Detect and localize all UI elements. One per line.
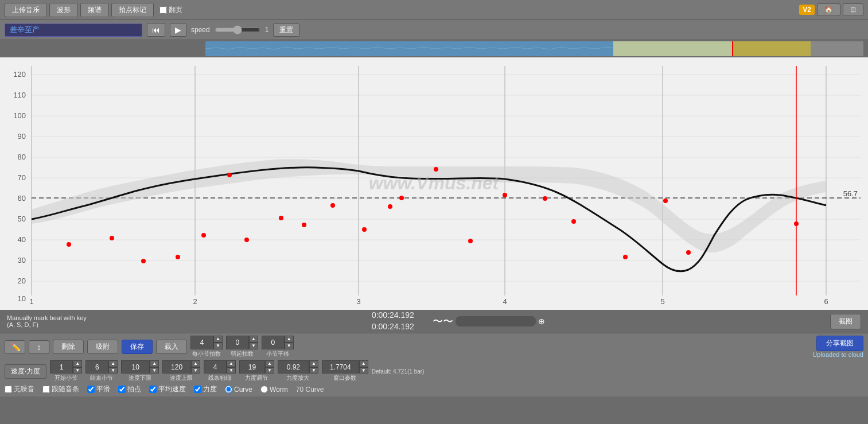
min-speed-spinner[interactable]: ▲ ▼ (121, 360, 159, 374)
save-btn[interactable]: 保存 (122, 340, 153, 354)
beat-checkbox-label[interactable]: 拍点 (118, 384, 141, 394)
end-bar-down[interactable]: ▼ (108, 367, 118, 374)
force-checkbox-label[interactable]: 力度 (194, 384, 217, 394)
beats-per-bar-up[interactable]: ▲ (213, 336, 223, 343)
beats-per-bar-input[interactable] (190, 336, 213, 349)
beat-offset-input[interactable] (226, 336, 249, 349)
svg-point-44 (227, 173, 232, 177)
erase-icon-btn[interactable]: ✏️ (5, 340, 25, 354)
start-bar-down[interactable]: ▼ (73, 367, 82, 374)
worm-radio-label-text: Worm (270, 386, 288, 394)
hide-rest-checkbox-label[interactable]: 跟随音条 (42, 384, 79, 394)
start-bar-input[interactable] (50, 360, 73, 374)
svg-point-59 (686, 250, 691, 255)
start-bar-up[interactable]: ▲ (73, 360, 82, 367)
beat-offset-arrows[interactable]: ▲ ▼ (249, 336, 258, 349)
flip-checkbox-label[interactable]: 翻页 (159, 5, 182, 15)
waveform-mini-bar[interactable] (456, 316, 536, 326)
reset-btn[interactable]: 重置 (273, 24, 299, 37)
freq-btn[interactable]: 频谱 (80, 3, 109, 17)
curve-radio[interactable] (225, 386, 232, 393)
force-checkbox[interactable] (194, 386, 201, 393)
force-mult-input[interactable] (278, 360, 309, 374)
smooth-checkbox[interactable] (87, 386, 95, 393)
force-smooth-input[interactable] (239, 360, 265, 374)
svg-point-52 (434, 167, 438, 172)
force-smooth-up[interactable]: ▲ (265, 360, 274, 367)
avg-speed-checkbox-label[interactable]: 平均速度 (149, 384, 186, 394)
force-smooth-spinner[interactable]: ▲ ▼ (239, 360, 274, 374)
no-noise-checkbox-label[interactable]: 无噪音 (5, 384, 34, 394)
move-icon-btn[interactable]: ↕️ (29, 340, 49, 354)
window-param-up[interactable]: ▲ (359, 360, 368, 367)
force-smooth-down[interactable]: ▼ (265, 367, 274, 374)
svg-text:70: 70 (18, 173, 26, 182)
bar-skip-down[interactable]: ▼ (285, 343, 294, 349)
line-width-up[interactable]: ▲ (227, 360, 236, 367)
track-name-input[interactable]: 差辛至产 (5, 24, 142, 37)
smooth-checkbox-label[interactable]: 平滑 (87, 384, 110, 394)
screenshot-btn[interactable]: 截图 (830, 314, 861, 329)
curve-radio-label[interactable]: Curve (225, 386, 252, 394)
min-speed-down[interactable]: ▼ (150, 367, 159, 374)
max-speed-down[interactable]: ▼ (191, 367, 200, 374)
share-btn[interactable]: 分享截图 (816, 336, 863, 351)
play-btn[interactable]: ▶ (170, 23, 186, 37)
line-width-down[interactable]: ▼ (227, 367, 236, 374)
beat-offset-down[interactable]: ▼ (249, 343, 258, 349)
force-mult-down[interactable]: ▼ (309, 367, 318, 374)
beat-checkbox[interactable] (118, 386, 126, 393)
end-bar-spinner[interactable]: ▲ ▼ (85, 360, 118, 374)
bar-skip-label: 小节平移 (266, 350, 289, 358)
force-mult-spinner[interactable]: ▲ ▼ (278, 360, 318, 374)
home-btn[interactable]: 🏠 (817, 3, 840, 16)
svg-point-49 (362, 227, 367, 232)
worm-radio[interactable] (260, 386, 268, 393)
flip-checkbox[interactable] (159, 6, 167, 14)
svg-text:www.Vmus.net: www.Vmus.net (369, 173, 500, 193)
prev-btn[interactable]: ⏮ (147, 23, 165, 37)
min-speed-label: 速度下限 (129, 374, 151, 382)
upload-music-btn[interactable]: 上传音乐 (5, 3, 47, 17)
import-btn[interactable]: 载入 (156, 340, 187, 354)
min-speed-up[interactable]: ▲ (150, 360, 159, 367)
end-bar-input[interactable] (85, 360, 108, 374)
max-speed-spinner[interactable]: ▲ ▼ (162, 360, 200, 374)
bar-skip-arrows[interactable]: ▲ ▼ (285, 336, 294, 349)
window-param-spinner[interactable]: ▲ ▼ (322, 360, 368, 374)
delete-btn[interactable]: 删除 (53, 340, 84, 354)
min-speed-input[interactable] (121, 360, 150, 374)
avg-speed-checkbox[interactable] (149, 386, 157, 393)
window-param-down[interactable]: ▼ (359, 367, 368, 374)
hide-rest-checkbox[interactable] (42, 386, 50, 393)
status-bar: Manually mark beat with key (A, S, D, F)… (0, 310, 868, 333)
no-noise-checkbox[interactable] (5, 386, 12, 393)
start-bar-spinner[interactable]: ▲ ▼ (50, 360, 82, 374)
bar-skip-up[interactable]: ▲ (285, 336, 294, 343)
waveform-bar[interactable] (205, 41, 863, 56)
window-param-input[interactable] (322, 360, 359, 374)
end-bar-up[interactable]: ▲ (108, 360, 118, 367)
beat-btn[interactable]: 拍点标记 (111, 3, 154, 17)
max-speed-input[interactable] (162, 360, 191, 374)
chart-container[interactable]: 120 110 100 90 80 70 60 50 40 30 20 10 1… (0, 57, 868, 310)
max-speed-up[interactable]: ▲ (191, 360, 200, 367)
absorb-btn[interactable]: 吸附 (87, 340, 118, 354)
worm-radio-label[interactable]: Worm (260, 386, 288, 394)
beat-offset-spinner[interactable]: ▲ ▼ (226, 336, 258, 349)
line-width-spinner[interactable]: ▲ ▼ (204, 360, 236, 374)
bar-skip-input[interactable] (262, 336, 285, 349)
line-width-input[interactable] (204, 360, 227, 374)
speed-slider[interactable] (215, 25, 260, 34)
force-mult-up[interactable]: ▲ (309, 360, 318, 367)
beats-per-bar-spinner[interactable]: ▲ ▼ (190, 336, 223, 349)
waveform-btn[interactable]: 波形 (49, 3, 78, 17)
beat-offset-up[interactable]: ▲ (249, 336, 258, 343)
svg-point-41 (141, 259, 146, 263)
beats-per-bar-arrows[interactable]: ▲ ▼ (213, 336, 223, 349)
svg-text:2: 2 (193, 297, 197, 306)
speed-force-btn[interactable]: 速度·力度 (5, 364, 46, 379)
bar-skip-spinner[interactable]: ▲ ▼ (262, 336, 294, 349)
beats-per-bar-down[interactable]: ▼ (213, 343, 223, 349)
close-btn[interactable]: ⊡ (843, 3, 863, 16)
